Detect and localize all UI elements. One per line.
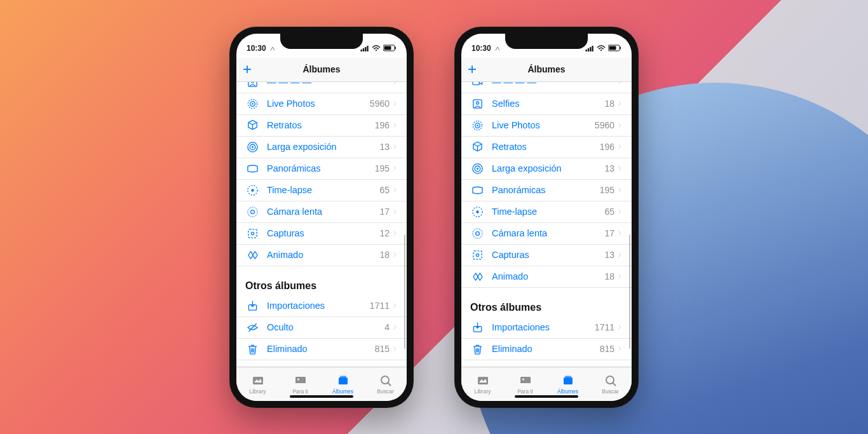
album-row[interactable]: Larga exposición 13: [461, 158, 632, 180]
album-count: 17: [379, 207, 390, 217]
album-count: 12: [379, 228, 390, 238]
chevron-right-icon: [617, 344, 623, 353]
album-row[interactable]: Importaciones 1711: [461, 317, 632, 339]
album-row[interactable]: Animado 18: [461, 266, 632, 288]
album-row[interactable]: Capturas 13: [461, 245, 632, 266]
chevron-right-icon: [392, 142, 398, 151]
album-count: 196: [375, 120, 390, 130]
chevron-right-icon: [392, 301, 398, 310]
album-label: Eliminado: [267, 344, 375, 354]
import-icon: [245, 300, 259, 312]
tab-label: Álbumes: [332, 388, 353, 395]
album-label: Animado: [267, 250, 379, 260]
album-row[interactable]: Panorámicas 195: [461, 180, 632, 201]
chevron-right-icon: [617, 164, 623, 173]
animated-icon: [470, 271, 484, 283]
nav-bar: + Álbumes: [236, 58, 407, 82]
chevron-right-icon: [617, 99, 623, 108]
album-row[interactable]: Eliminado 815: [236, 339, 407, 360]
album-row[interactable]: Capturas 12: [236, 223, 407, 245]
album-row[interactable]: Cámara lenta 17: [461, 223, 632, 245]
tab-library[interactable]: Library: [461, 367, 504, 401]
album-row[interactable]: Retratos 196: [461, 137, 632, 158]
notch: [280, 34, 363, 49]
album-row[interactable]: Time-lapse 65: [236, 180, 407, 201]
longexp-icon: [470, 163, 484, 175]
album-row[interactable]: — — — —: [236, 82, 407, 93]
chevron-right-icon: [392, 82, 398, 87]
foryou-icon: [519, 374, 532, 388]
albums-icon: [561, 374, 575, 388]
tab-label: Buscar: [377, 388, 393, 395]
album-count: 13: [379, 142, 390, 152]
album-count: 18: [604, 271, 614, 281]
status-time: 10:30: [247, 44, 266, 53]
home-indicator[interactable]: [290, 395, 353, 398]
search-icon: [604, 374, 617, 388]
wifi-icon: [597, 44, 606, 51]
tab-search[interactable]: Buscar: [364, 367, 407, 401]
tab-label: Para ti: [517, 388, 533, 395]
album-label: Cámara lenta: [267, 207, 379, 217]
album-label: Time-lapse: [492, 207, 604, 217]
chevron-right-icon: [617, 82, 623, 87]
selfie-icon: [245, 82, 259, 88]
album-label: Time-lapse: [267, 185, 379, 195]
album-row[interactable]: — — — —: [461, 82, 632, 93]
album-row[interactable]: Live Photos 5960: [236, 93, 407, 115]
live-icon: [245, 98, 259, 110]
section-other-albums: Otros álbumes: [236, 266, 407, 295]
content[interactable]: — — — — Live Photos 5960 Retratos 196 La…: [236, 82, 407, 367]
album-label: Retratos: [267, 120, 375, 130]
tab-search[interactable]: Buscar: [589, 367, 632, 401]
album-label: Panorámicas: [492, 185, 600, 195]
location-icon: [270, 46, 275, 51]
pano-icon: [470, 184, 484, 196]
album-row[interactable]: Panorámicas 195: [236, 158, 407, 180]
screenshot-icon: [245, 227, 259, 240]
album-count: 5960: [370, 98, 390, 109]
video-icon: [470, 82, 484, 88]
chevron-right-icon: [392, 207, 398, 216]
scroll-indicator: [404, 234, 406, 349]
album-row[interactable]: Importaciones 1711: [236, 295, 407, 317]
album-row[interactable]: Eliminado 815: [461, 339, 632, 360]
album-row[interactable]: Larga exposición 13: [236, 137, 407, 158]
album-label: Animado: [492, 271, 604, 281]
chevron-right-icon: [617, 186, 623, 194]
album-count: 195: [600, 185, 614, 195]
album-label: Oculto: [267, 322, 384, 332]
phone-left: 10:30 + Álbumes — — — — Live Photos 5960…: [229, 27, 414, 408]
album-row[interactable]: Cámara lenta 17: [236, 201, 407, 223]
album-row[interactable]: Retratos 196: [236, 115, 407, 137]
home-indicator[interactable]: [515, 395, 578, 398]
search-icon: [379, 374, 392, 388]
chevron-right-icon: [392, 344, 398, 353]
slowmo-icon: [245, 206, 259, 218]
location-icon: [495, 46, 500, 51]
chevron-right-icon: [392, 121, 398, 130]
nav-title: Álbumes: [461, 64, 632, 74]
screenshot-icon: [470, 249, 484, 261]
chevron-right-icon: [392, 323, 398, 332]
album-row[interactable]: Live Photos 5960: [461, 115, 632, 137]
album-row[interactable]: Time-lapse 65: [461, 201, 632, 223]
tab-library[interactable]: Library: [236, 367, 279, 401]
tab-label: Buscar: [602, 388, 618, 395]
hidden-icon: [245, 322, 259, 334]
album-label: Selfies: [492, 98, 604, 109]
album-row[interactable]: Selfies 18: [461, 93, 632, 115]
chevron-right-icon: [392, 164, 398, 173]
album-label: Larga exposición: [267, 142, 379, 152]
chevron-right-icon: [392, 250, 398, 259]
slowmo-icon: [470, 227, 484, 240]
screen-left: 10:30 + Álbumes — — — — Live Photos 5960…: [236, 34, 407, 401]
battery-icon: [608, 44, 621, 51]
album-row[interactable]: Animado 18: [236, 245, 407, 266]
longexp-icon: [245, 141, 259, 153]
selfie-icon: [470, 98, 484, 110]
album-row[interactable]: Oculto 4: [236, 317, 407, 339]
content[interactable]: — — — — Selfies 18 Live Photos 5960 Retr…: [461, 82, 632, 367]
album-label: Retratos: [492, 142, 600, 152]
signal-icon: [585, 44, 594, 51]
